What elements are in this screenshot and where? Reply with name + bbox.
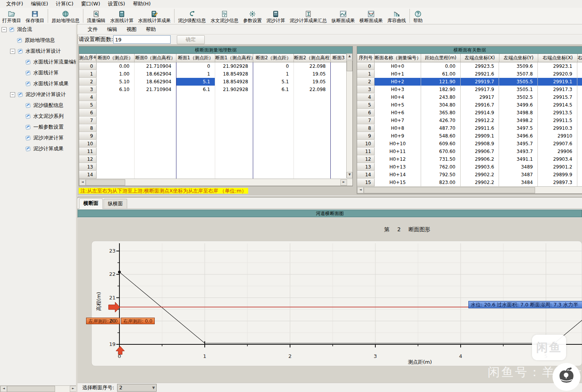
table-cell[interactable] [97,101,135,109]
table-cell[interactable] [97,148,135,155]
tree-item[interactable]: 泥沙计算成果 [0,143,76,154]
table-cell[interactable]: 5.1 [253,78,294,86]
inner-menu-item[interactable]: 编辑 [102,26,122,33]
table-cell[interactable] [294,171,331,179]
table-cell[interactable] [253,109,294,117]
table-row[interactable]: 8H0+8487.7029911.63497.529910.3 [357,124,582,132]
column-header[interactable]: 断面0（测点距） [97,54,135,62]
toolbar-button[interactable]: 打开项目 [0,8,23,24]
table-cell[interactable]: H0+12 [375,155,421,163]
table-cell[interactable]: 21.902928 [215,86,253,93]
row-header[interactable]: 3 [357,86,375,93]
row-header[interactable]: 9 [357,132,375,140]
table-cell[interactable] [135,93,176,101]
column-header[interactable]: 左端点坐标(Y) [499,54,538,62]
toolbar-button[interactable]: 流量编辑 [85,8,108,24]
toolbar-button[interactable]: 参数设置 [241,8,264,24]
table-row[interactable]: 00.0021.710904021.902928022.098 [79,62,347,70]
table-cell[interactable] [577,171,582,179]
table-cell[interactable] [577,117,582,124]
table-cell[interactable] [577,148,582,155]
table-cell[interactable]: 670.60 [421,148,461,155]
column-header[interactable]: 右 [578,54,582,62]
table-cell[interactable]: 29910 [538,132,577,140]
inner-menu-item[interactable]: 帮助 [141,26,161,33]
table-cell[interactable]: 29912.2 [461,117,499,124]
column-header[interactable]: 测点序号 [79,54,97,62]
table-cell[interactable] [294,124,331,132]
table-cell[interactable]: 5.10 [97,78,135,86]
table-cell[interactable]: 29907.6 [538,140,577,148]
table-cell[interactable] [294,117,331,124]
column-header[interactable]: 断面2（测点距） [253,54,294,62]
menu-item[interactable]: 设置(S) [104,0,129,8]
table-row[interactable]: 3H0+3182.9029917.93505.129917.3 [357,86,582,93]
row-header[interactable]: 13 [357,163,375,171]
tree-item[interactable]: 一般参数设置 [0,122,76,132]
tree-item[interactable]: 水面线计算 [0,67,76,78]
table-cell[interactable] [176,93,215,101]
row-header[interactable]: 15 [357,179,375,186]
table-cell[interactable]: 823.00 [421,179,461,186]
table-cell[interactable] [135,132,176,140]
table-cell[interactable] [294,163,331,171]
table-cell[interactable] [215,101,253,109]
table-cell[interactable]: 29915.7 [538,93,577,101]
toolbar-button[interactable]: 泥沙计算 [264,8,287,24]
menu-item[interactable]: 文件(F) [2,0,27,8]
table-cell[interactable]: 29913.5 [538,109,577,117]
table-cell[interactable]: 3498.8 [499,109,538,117]
table-cell[interactable]: 0.00 [97,62,135,70]
table-cell[interactable]: 29917.9 [461,86,499,93]
table-cell[interactable]: 29901.2 [538,163,577,171]
column-header[interactable]: 断面3 [331,54,347,62]
table-cell[interactable] [176,148,215,155]
table-cell[interactable] [577,70,582,78]
row-header[interactable]: 14 [79,171,97,179]
table-cell[interactable] [176,155,215,163]
toolbar-button[interactable]: 帮助 [411,8,425,24]
table-cell[interactable] [577,155,582,163]
table-cell[interactable]: 61.00 [421,70,461,78]
table-cell[interactable]: 0.00 [421,62,461,70]
inner-menu-item[interactable]: 视图 [122,26,141,33]
section-selector-dropdown[interactable]: 2 ▼ [117,384,157,392]
table-cell[interactable] [331,93,347,101]
toolbar-button[interactable]: 原始地理信息 [49,8,82,24]
table-cell[interactable] [176,171,215,179]
tree-item[interactable]: 泥沙冲淤计算 [0,132,76,143]
table-cell[interactable]: 3496.6 [499,132,538,140]
scrollbar-thumb[interactable] [347,60,352,71]
tree-item[interactable]: 原始地理信息 [0,35,76,46]
row-header[interactable]: 8 [357,124,375,132]
table-cell[interactable] [253,163,294,171]
table-cell[interactable] [135,109,176,117]
table-cell[interactable] [215,109,253,117]
table-cell[interactable]: 29906.7 [461,148,499,155]
tree-item[interactable]: −水面线计算设计 [0,46,76,57]
table-row[interactable]: 14 [79,171,347,179]
toolbar-button[interactable]: 纵断面成果 [329,8,357,24]
table-row[interactable]: 12 [79,155,347,163]
table-cell[interactable]: H0+4 [375,93,421,101]
table-cell[interactable] [215,124,253,132]
table-row[interactable]: 9H0+9548.6029909.13496.629910 [357,132,582,140]
scroll-left-icon[interactable]: ◄ [79,179,86,186]
table-cell[interactable]: H0+7 [375,117,421,124]
table-cell[interactable] [577,78,582,86]
table-cell[interactable]: 19.05 [294,78,331,86]
table-cell[interactable] [577,109,582,117]
row-header[interactable]: 11 [79,148,97,155]
table-cell[interactable] [176,163,215,171]
table-cell[interactable]: 29897.3 [538,179,577,186]
table-cell[interactable] [331,117,347,124]
column-header[interactable]: 断面2（测点高程） [294,54,331,62]
table-cell[interactable]: 21.902928 [215,62,253,70]
confirm-button[interactable]: 确定 [177,35,205,44]
table-cell[interactable]: 3489 [499,163,538,171]
table-cell[interactable] [294,132,331,140]
scrollbar-thumb[interactable] [364,187,535,193]
toolbar-button[interactable]: 水面线计算 [108,8,136,24]
table-cell[interactable]: H0+14 [375,171,421,179]
table-cell[interactable] [176,101,215,109]
